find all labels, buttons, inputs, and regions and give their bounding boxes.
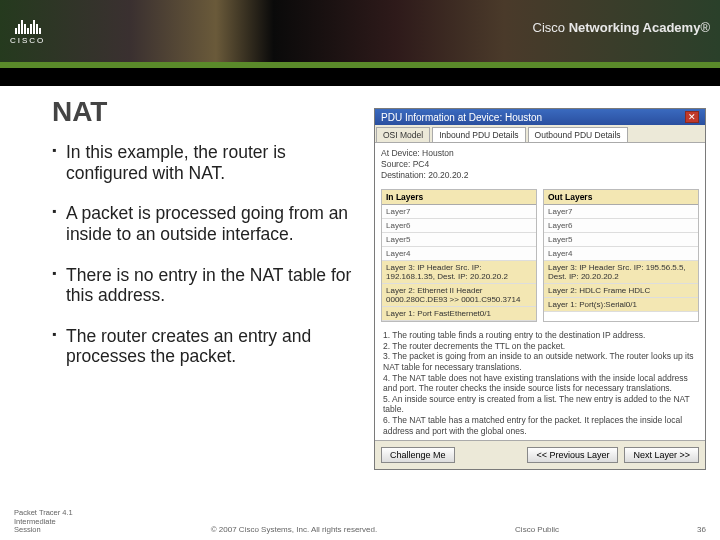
layer-row[interactable]: Layer4 [382,247,536,261]
layer-row[interactable]: Layer7 [382,205,536,219]
footer-left: Packet Tracer 4.1 Intermediate Session [14,509,73,534]
out-layers-column: Out Layers Layer7 Layer6 Layer5 Layer4 L… [543,189,699,322]
step-line: 5. An inside source entry is created fro… [383,394,697,415]
step-line: 2. The router decrements the TTL on the … [383,341,697,352]
next-layer-button[interactable]: Next Layer >> [624,447,699,463]
bullet-item: In this example, the router is configure… [52,142,364,183]
layer-row[interactable]: Layer7 [544,205,698,219]
academy-label: Cisco Networking Academy® [533,20,710,35]
close-icon[interactable]: ✕ [685,111,699,123]
pdu-steps: 1. The routing table finds a routing ent… [375,326,705,440]
academy-suffix: ® [700,20,710,35]
layer-row-highlight[interactable]: Layer 2: Ethernet II Header 0000.280C.DE… [382,284,536,307]
footer-copyright: © 2007 Cisco Systems, Inc. All rights re… [211,525,377,534]
layer-row[interactable]: Layer4 [544,247,698,261]
academy-prefix: Cisco [533,20,569,35]
layer-row[interactable]: Layer5 [382,233,536,247]
challenge-me-button[interactable]: Challenge Me [381,447,455,463]
step-line: 4. The NAT table does not have existing … [383,373,697,394]
previous-layer-button[interactable]: << Previous Layer [527,447,618,463]
layer-row[interactable]: Layer6 [544,219,698,233]
bullet-item: There is no entry in the NAT table for t… [52,265,364,306]
window-buttons: Challenge Me << Previous Layer Next Laye… [375,440,705,469]
step-line: 6. The NAT table has a matched entry for… [383,415,697,436]
in-layers-header: In Layers [382,190,536,205]
layer-row[interactable]: Layer6 [382,219,536,233]
cisco-logo: CISCO [0,14,55,49]
layer-row-highlight[interactable]: Layer 3: IP Header Src. IP: 195.56.5.5, … [544,261,698,284]
out-layers-header: Out Layers [544,190,698,205]
layer-row-highlight[interactable]: Layer 1: Port FastEthernet0/1 [382,307,536,321]
window-title: PDU Information at Device: Houston [381,112,542,123]
step-line: 3. The packet is going from an inside to… [383,351,697,372]
layers-columns: In Layers Layer7 Layer6 Layer5 Layer4 La… [375,185,705,326]
in-layers-column: In Layers Layer7 Layer6 Layer5 Layer4 La… [381,189,537,322]
pdu-window: PDU Information at Device: Houston ✕ OSI… [374,108,706,470]
window-titlebar[interactable]: PDU Information at Device: Houston ✕ [375,109,705,125]
bullet-item: A packet is processed going from an insi… [52,203,364,244]
layer-row[interactable]: Layer5 [544,233,698,247]
bullet-column: In this example, the router is configure… [52,142,364,367]
tab-outbound-pdu[interactable]: Outbound PDU Details [528,127,628,142]
black-divider [0,68,720,86]
footer-classification: Cisco Public [515,525,559,534]
destination-label: Destination: 20.20.20.2 [381,170,699,180]
layer-row-highlight[interactable]: Layer 1: Port(s):Serial0/1 [544,298,698,312]
layer-row-highlight[interactable]: Layer 3: IP Header Src. IP: 192.168.1.35… [382,261,536,284]
academy-bold: Networking Academy [569,20,701,35]
pdu-meta: At Device: Houston Source: PC4 Destinati… [375,143,705,185]
footer-line: Session [14,526,73,534]
tab-inbound-pdu[interactable]: Inbound PDU Details [432,127,525,142]
window-tabs: OSI Model Inbound PDU Details Outbound P… [375,125,705,143]
cisco-logo-text: CISCO [10,36,45,45]
at-device-label: At Device: Houston [381,148,699,158]
cisco-bars-icon [15,18,41,34]
tab-osi-model[interactable]: OSI Model [376,127,430,142]
step-line: 1. The routing table finds a routing ent… [383,330,697,341]
bullet-item: The router creates an entry and processe… [52,326,364,367]
slide-footer: Packet Tracer 4.1 Intermediate Session ©… [0,509,720,538]
source-label: Source: PC4 [381,159,699,169]
header-banner: CISCO Cisco Networking Academy® [0,0,720,62]
page-number: 36 [697,525,706,534]
layer-row-highlight[interactable]: Layer 2: HDLC Frame HDLC [544,284,698,298]
